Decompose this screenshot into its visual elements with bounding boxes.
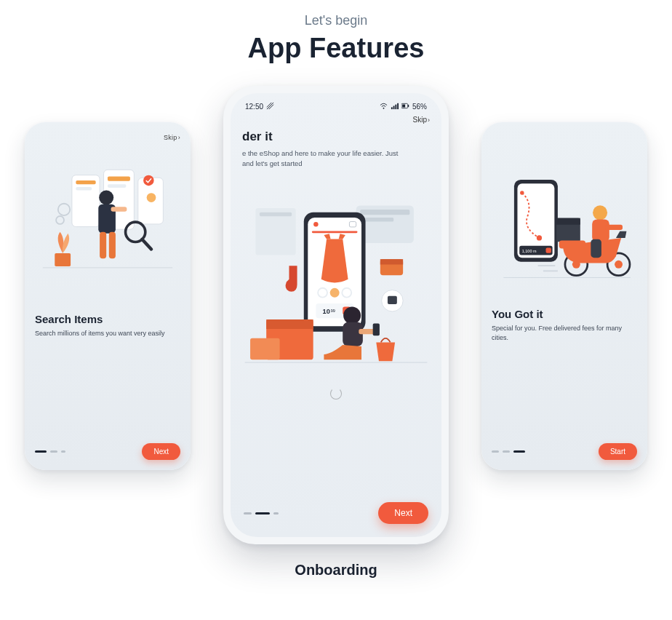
onboarding-screen-search: Skip › [25, 122, 191, 470]
skip-label: Skip [413, 116, 427, 124]
svg-rect-46 [266, 319, 313, 329]
svg-text:99: 99 [331, 308, 335, 312]
svg-point-18 [56, 216, 64, 224]
svg-rect-70 [559, 241, 585, 249]
svg-text:10: 10 [323, 307, 330, 314]
svg-point-9 [99, 191, 113, 205]
svg-point-60 [537, 235, 542, 240]
chevron-right-icon: › [428, 116, 430, 124]
svg-rect-3 [76, 180, 95, 184]
svg-rect-73 [605, 225, 623, 230]
status-time: 12:50 [245, 103, 263, 111]
svg-rect-49 [343, 322, 363, 346]
svg-rect-26 [402, 105, 405, 108]
svg-rect-51 [373, 323, 380, 335]
svg-rect-47 [250, 338, 280, 359]
onboarding-title: Search Items [35, 313, 180, 325]
svg-point-59 [520, 191, 524, 194]
order-illustration: 10 99 [242, 177, 430, 395]
page-indicator [492, 450, 525, 453]
svg-rect-55 [380, 259, 403, 264]
svg-rect-37 [312, 231, 358, 233]
svg-rect-29 [360, 209, 409, 214]
svg-point-39 [330, 287, 340, 297]
nfc-icon [266, 102, 274, 111]
svg-line-15 [142, 239, 151, 250]
page-indicator [35, 450, 65, 453]
svg-text:1,100 m: 1,100 m [522, 249, 537, 253]
svg-point-69 [615, 261, 623, 269]
search-illustration [35, 154, 180, 293]
svg-rect-6 [108, 184, 126, 188]
status-bar: 12:50 [242, 102, 430, 111]
svg-rect-12 [100, 232, 106, 258]
next-button[interactable]: Next [142, 443, 180, 460]
svg-point-7 [143, 175, 154, 186]
onboarding-title: You Got it [492, 308, 637, 320]
svg-rect-13 [109, 232, 116, 258]
onboarding-screen-order: 12:50 [223, 86, 449, 544]
onboarding-body: Search millions of items you want very e… [35, 329, 180, 338]
signal-icon [391, 102, 399, 111]
onboarding-screen-delivery: 1,100 m [481, 122, 647, 470]
status-battery-percent: 56% [412, 103, 427, 111]
svg-point-48 [343, 306, 361, 324]
next-button[interactable]: Next [378, 502, 428, 524]
svg-point-8 [147, 193, 156, 202]
onboarding-body: e the eShop and here to make your life e… [242, 148, 430, 170]
chevron-right-icon: › [178, 134, 180, 141]
svg-rect-74 [591, 239, 601, 258]
svg-point-17 [58, 204, 70, 215]
skip-button[interactable]: Skip › [413, 116, 430, 124]
skip-button[interactable]: Skip › [164, 134, 180, 141]
loading-spinner-icon [330, 388, 342, 400]
start-button[interactable]: Start [599, 443, 637, 460]
onboarding-body: Special for you. Free delivered fees for… [492, 324, 637, 343]
svg-point-71 [593, 205, 607, 220]
wifi-icon [380, 102, 388, 111]
phones-showcase: Skip › [0, 86, 672, 552]
delivery-illustration: 1,100 m [492, 154, 637, 292]
svg-rect-5 [108, 176, 130, 180]
svg-rect-4 [76, 187, 92, 191]
svg-point-35 [313, 222, 318, 226]
svg-rect-22 [393, 106, 395, 110]
svg-rect-24 [397, 103, 399, 109]
svg-rect-21 [391, 107, 393, 109]
page-title: App Features [0, 33, 672, 64]
svg-rect-63 [546, 248, 551, 253]
skip-label: Skip [164, 134, 177, 141]
page-indicator [244, 512, 279, 514]
svg-rect-11 [111, 207, 127, 211]
page-subtitle: Let's begin [0, 13, 672, 28]
svg-rect-53 [388, 295, 397, 303]
svg-rect-27 [408, 105, 409, 107]
svg-rect-50 [359, 328, 375, 333]
svg-point-20 [383, 108, 385, 109]
svg-rect-23 [395, 105, 396, 109]
battery-icon [401, 102, 409, 111]
section-label: Onboarding [0, 562, 672, 579]
svg-rect-72 [592, 219, 609, 242]
phone-frame: 12:50 [223, 86, 449, 544]
svg-rect-32 [260, 212, 292, 216]
svg-rect-65 [556, 218, 580, 225]
onboarding-title-fragment: der it [242, 130, 430, 144]
svg-rect-16 [55, 253, 71, 266]
